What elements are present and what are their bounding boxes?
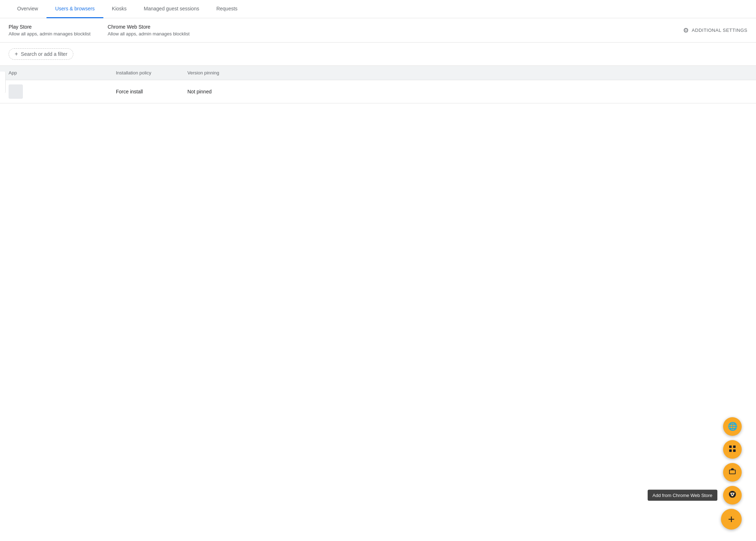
- chrome-web-store-title: Chrome Web Store: [108, 24, 190, 30]
- nav-requests[interactable]: Requests: [208, 0, 246, 18]
- plus-icon: +: [15, 51, 18, 57]
- filter-placeholder: Search or add a filter: [21, 51, 67, 57]
- app-cell: [9, 84, 116, 99]
- table-header: App Installation policy Version pinning: [0, 66, 756, 80]
- version-cell: Not pinned: [187, 89, 259, 94]
- col-header-version: Version pinning: [187, 70, 259, 75]
- additional-settings-label: ADDITIONAL SETTINGS: [692, 28, 747, 33]
- left-panel-hint: [0, 72, 6, 93]
- col-header-policy: Installation policy: [116, 70, 187, 75]
- app-icon: [9, 84, 23, 99]
- table-row: Force install Not pinned: [0, 80, 756, 103]
- nav-kiosks[interactable]: Kiosks: [103, 0, 135, 18]
- play-store-info: Play Store Allow all apps, admin manages…: [9, 24, 90, 36]
- policy-cell: Force install: [116, 89, 187, 94]
- nav-overview[interactable]: Overview: [9, 0, 46, 18]
- nav-users-browsers[interactable]: Users & browsers: [46, 0, 103, 18]
- col-header-app: App: [9, 70, 116, 75]
- play-store-title: Play Store: [9, 24, 90, 30]
- additional-settings-button[interactable]: ⚙ ADDITIONAL SETTINGS: [683, 26, 747, 34]
- filter-bar: + Search or add a filter: [0, 43, 756, 66]
- gear-icon: ⚙: [683, 26, 689, 34]
- nav-managed-guest[interactable]: Managed guest sessions: [135, 0, 208, 18]
- top-nav: Overview Users & browsers Kiosks Managed…: [0, 0, 756, 18]
- chrome-web-store-subtitle: Allow all apps, admin manages blocklist: [108, 31, 190, 36]
- play-store-subtitle: Allow all apps, admin manages blocklist: [9, 31, 90, 36]
- chrome-web-store-info: Chrome Web Store Allow all apps, admin m…: [108, 24, 190, 36]
- info-bar: Play Store Allow all apps, admin manages…: [0, 18, 756, 43]
- filter-pill[interactable]: + Search or add a filter: [9, 48, 73, 60]
